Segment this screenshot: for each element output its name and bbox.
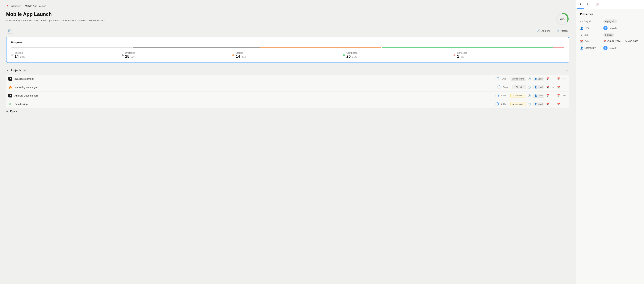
breadcrumb-icon: 📍 <box>6 5 9 8</box>
project-status-tag[interactable]: □ Monitoring <box>510 77 526 81</box>
project-lead-tag[interactable]: 👤 Lead <box>533 94 544 98</box>
prop-value-projects[interactable]: 4 projects <box>603 20 617 23</box>
properties-panel: Properties 🗂 Projects 4 projects 👤 Lead … <box>576 9 644 57</box>
arrow-icon[interactable]: → <box>551 102 555 106</box>
stat-pct-backlog: 22% <box>20 56 25 58</box>
project-lead-tag[interactable]: 👤 Lead <box>533 85 544 89</box>
more-options-button[interactable]: ··· <box>562 85 567 89</box>
epics-section: ▶ Epics <box>6 110 569 113</box>
tab-comments[interactable]: 💬 <box>584 0 593 9</box>
calendar-start-icon[interactable]: 📅 <box>546 94 550 98</box>
breadcrumb-separator: › <box>22 5 23 8</box>
calendar-end-icon[interactable]: 📅 <box>556 85 561 89</box>
progress-seg-backlog <box>11 47 132 48</box>
project-name: Android Development <box>14 94 493 97</box>
stat-cancelled: Cancelled 1 2% <box>454 52 564 59</box>
progress-circle: 31% <box>556 12 569 26</box>
stat-unstarted: Unstarted 15 23% <box>122 52 232 59</box>
projects-badge: 4 projects <box>603 20 617 23</box>
calendar-start-icon[interactable]: 📅 <box>546 102 550 106</box>
progress-card-title: Progress <box>11 41 564 44</box>
status-icon: ▲ <box>512 94 514 97</box>
project-tags: ▲ Execution 🕐 👤 Lead 📅 → 📅 ··· <box>510 102 567 106</box>
project-lead-tag[interactable]: 👤 Lead <box>533 77 544 81</box>
tab-info[interactable]: ℹ <box>577 0 584 9</box>
breadcrumb-current: Mobile App Launch <box>25 5 46 8</box>
more-options-button[interactable]: ··· <box>562 93 567 98</box>
breadcrumb: 📍 Initiatives › Mobile App Launch <box>6 5 569 8</box>
project-status-tag[interactable]: ▲ Execution <box>510 94 526 98</box>
clock-icon[interactable]: 🕐 <box>527 77 532 81</box>
clock-icon[interactable]: 🕐 <box>527 102 532 106</box>
prop-value-epic[interactable]: 0 epics <box>603 33 614 37</box>
calendar-end-icon[interactable]: 📅 <box>556 102 561 106</box>
stat-label-completed: Completed <box>346 52 358 54</box>
calendar-start-icon[interactable]: 📅 <box>546 77 550 81</box>
clock-icon[interactable]: 🕐 <box>527 85 532 89</box>
stat-pct-completed: 31% <box>352 56 357 58</box>
projects-icon: 🗂 <box>580 20 583 23</box>
stat-pct-cancelled: 2% <box>461 56 464 58</box>
stat-count-unstarted: 15 <box>125 54 130 59</box>
prop-value-dates[interactable]: 📅 Oct 04, 2024 → Jan 07, 2025 <box>603 40 638 43</box>
progress-bar <box>11 47 564 48</box>
projects-add-button[interactable]: + <box>565 68 569 72</box>
breadcrumb-parent[interactable]: Initiatives <box>11 5 21 8</box>
more-options-button[interactable]: ··· <box>562 102 567 106</box>
attach-icon: 📎 <box>556 30 560 32</box>
project-tags: □ Planning 🕐 👤 Lead 📅 → 📅 ··· <box>512 85 567 89</box>
arrow-icon[interactable]: → <box>551 77 555 81</box>
stat-label-backlog: Backlog <box>14 52 25 54</box>
prop-value-lead[interactable]: D daniella <box>603 26 617 30</box>
project-lead-tag[interactable]: 👤 Lead <box>533 102 544 106</box>
link-icon: 🔗 <box>537 30 540 32</box>
prop-value-created-by: D daniella <box>603 46 617 50</box>
project-status-tag[interactable]: ▲ Execution <box>510 102 526 106</box>
date-icon-start: 📅 <box>603 40 606 43</box>
progress-seg-cancelled <box>553 47 564 48</box>
arrow-icon[interactable]: → <box>551 94 555 98</box>
prop-label-epic: ▲ Epic <box>580 34 601 37</box>
progress-card: Progress Backlog 14 22% <box>6 37 569 63</box>
status-icon: □ <box>514 86 515 88</box>
stat-started: Started 14 22% <box>232 52 343 59</box>
prop-row-dates: 📅 Dates 📅 Oct 04, 2024 → Jan 07, 2025 <box>580 40 640 43</box>
stat-count-started: 14 <box>236 54 240 59</box>
dates-icon: 📅 <box>580 40 583 43</box>
more-options-button[interactable]: ··· <box>562 77 567 81</box>
created-by-avatar: D <box>603 46 608 50</box>
projects-header: ▼ Projects 4 + <box>6 68 569 72</box>
date-end: Jan 07, 2025 <box>625 40 638 43</box>
prop-row-lead: 👤 Lead D daniella <box>580 26 640 30</box>
epics-collapse-btn[interactable]: ▶ <box>6 110 8 113</box>
project-status-tag[interactable]: □ Planning <box>512 85 526 89</box>
prop-row-projects: 🗂 Projects 4 projects <box>580 20 640 23</box>
progress-stats: Backlog 14 22% Unstarted 15 <box>11 52 564 59</box>
project-pct: 17% <box>502 77 508 80</box>
refresh-button[interactable]: 🔄 <box>6 28 13 34</box>
calendar-end-icon[interactable]: 📅 <box>556 77 561 81</box>
project-tags: ▲ Execution 🕐 👤 Lead 📅 → 📅 ··· <box>510 93 567 98</box>
prop-row-created-by: 👤 Created by D daniella <box>580 46 640 50</box>
stat-label-unstarted: Unstarted <box>125 52 136 54</box>
calendar-end-icon[interactable]: 📅 <box>556 94 561 98</box>
arrow-icon[interactable]: → <box>551 85 555 89</box>
tab-activity[interactable]: 📈 <box>593 0 602 9</box>
lead-person-icon: 👤 <box>534 94 537 97</box>
project-icon: ✏ <box>8 102 12 106</box>
project-pct: 52% <box>501 94 508 97</box>
add-link-button[interactable]: 🔗 Add link <box>536 29 552 33</box>
date-start: Oct 04, 2024 <box>607 40 620 43</box>
prop-label-created-by: 👤 Created by <box>580 47 601 50</box>
clock-icon[interactable]: 🕐 <box>527 94 532 98</box>
lead-person-icon: 👤 <box>534 103 537 105</box>
project-progress-ring <box>495 77 499 81</box>
projects-collapse-btn[interactable]: ▼ <box>6 69 9 72</box>
stat-count-completed: 20 <box>346 54 351 59</box>
calendar-start-icon[interactable]: 📅 <box>546 85 550 89</box>
project-progress-ring <box>497 85 501 89</box>
table-row: ■ iOS development 17% □ Monitoring 🕐 👤 L… <box>6 75 569 83</box>
stat-dot-started <box>232 54 234 56</box>
project-progress-ring <box>495 94 499 98</box>
attach-button[interactable]: 📎 Attach <box>555 29 569 33</box>
